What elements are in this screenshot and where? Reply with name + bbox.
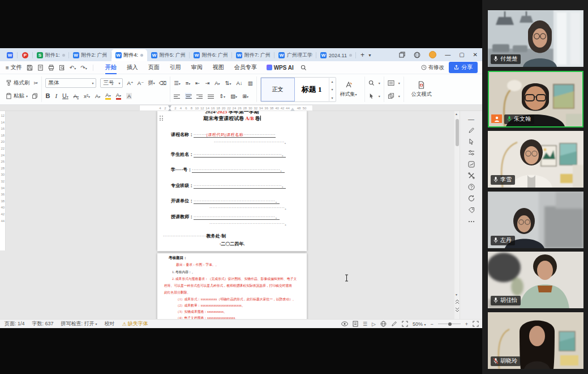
zoom-level[interactable]: 50% ▾ [413, 321, 426, 327]
horizontal-ruler[interactable]: 4224681012141618202224262830323436384042… [139, 105, 313, 111]
missing-font-warning[interactable]: ⚠ 缺失字体 [122, 320, 148, 328]
italic-button[interactable]: I [55, 92, 57, 99]
tab-attachment4[interactable]: W附件4: [111, 49, 148, 61]
bold-button[interactable]: B [45, 92, 50, 99]
tag-icon[interactable] [468, 207, 475, 214]
skin-icon[interactable] [414, 52, 420, 58]
select-cursor-icon[interactable] [368, 93, 375, 99]
outdent-icon[interactable]: ⇤ [195, 80, 200, 86]
find-icon[interactable] [368, 80, 375, 86]
border-icon[interactable]: ⊞▾ [242, 93, 248, 99]
zoom-slider[interactable] [438, 324, 461, 324]
share-button[interactable]: 分享 [449, 62, 478, 73]
scroll-down-icon[interactable]: ▼ [455, 293, 458, 296]
next-page-icon[interactable] [455, 307, 460, 312]
align-center-icon[interactable] [185, 93, 191, 99]
indent-marker[interactable] [168, 105, 171, 108]
arrange-icon[interactable] [388, 93, 394, 99]
undo-icon[interactable]: ↶▾ [70, 65, 76, 71]
bullet-list-icon[interactable]: ☰▾ [174, 80, 181, 86]
wps-ai-button[interactable]: WPS AI [262, 65, 298, 71]
official-doc-mode-button[interactable]: 公文模式 [407, 77, 436, 101]
superscript-icon[interactable]: x²▾ [84, 93, 90, 99]
video-tile-1[interactable]: 付楚楚 [488, 10, 583, 67]
tools-icon[interactable] [468, 172, 475, 179]
more-icon[interactable] [468, 220, 475, 223]
clear-format-icon[interactable]: ⌫ [159, 80, 166, 86]
menu-tab-review[interactable]: 审阅 [186, 61, 208, 74]
az-sort-icon[interactable]: A↓ [237, 80, 243, 86]
video-tile-2[interactable]: 朱文翰 [488, 71, 583, 128]
settings-sliders-icon[interactable] [468, 150, 475, 156]
file-menu[interactable]: ≡文件 [0, 63, 27, 71]
number-list-icon[interactable]: ≡▾ [186, 80, 191, 86]
edit-pen-icon[interactable] [468, 127, 475, 134]
prev-page-icon[interactable] [455, 299, 460, 304]
vertical-ruler[interactable]: 1214161820222426283032343638404244 [0, 111, 6, 250]
proofread[interactable]: 校对 [105, 320, 115, 328]
font-size-select[interactable]: 三号▾ [100, 78, 123, 88]
tab-list-dropdown[interactable]: ▼ [368, 53, 372, 57]
modified-status[interactable]: 有修改 [421, 64, 445, 71]
font-name-select[interactable]: 黑体▾ [45, 78, 96, 88]
fit-page-icon[interactable] [402, 321, 408, 327]
font-color-icon[interactable]: A▾ [116, 92, 121, 100]
chart-tool-icon[interactable] [468, 161, 475, 168]
char-scale-icon[interactable]: A▾ [214, 80, 220, 86]
underline-button[interactable]: U▾ [62, 92, 68, 99]
minimize-button[interactable]: — [445, 52, 450, 58]
vertical-scrollbar[interactable]: ▲ ▼ [454, 111, 460, 319]
style-heading1[interactable]: 标题 1 [295, 78, 329, 101]
print-preview-icon[interactable] [59, 65, 65, 71]
indent-icon[interactable]: ⇥ [205, 80, 209, 86]
text-effect-icon[interactable]: A▾ [95, 93, 100, 99]
tab-attachment2[interactable]: W附件2: 广州 [69, 49, 111, 61]
close-button[interactable]: ✕ [473, 52, 478, 58]
page-view-icon[interactable] [353, 321, 358, 327]
decrease-font-icon[interactable]: A⁻ [138, 80, 144, 86]
tab-wps-home[interactable]: W [2, 49, 18, 61]
fullscreen-icon[interactable] [473, 321, 479, 327]
page-indicator[interactable]: 页面: 1/4 [5, 320, 25, 328]
outline-view-icon[interactable]: ☰ [363, 321, 367, 327]
document-page-2[interactable]: 考核题目： 题目：要求：作图：字体。。 1. 考核内容：。 2. 成果形式与规格… [157, 253, 307, 319]
menu-tab-home[interactable]: 开始 [100, 61, 122, 74]
tab-pdf[interactable]: P [18, 49, 33, 61]
web-view-icon[interactable] [380, 321, 387, 327]
justify-icon[interactable] [208, 94, 214, 99]
account-avatar[interactable] [429, 51, 436, 58]
cut-icon[interactable]: ✂ [34, 80, 38, 86]
style-gallery-arrows[interactable]: ▴▾▾ [329, 77, 336, 102]
columns-icon[interactable]: ▥ [248, 80, 253, 86]
increase-font-icon[interactable]: A⁺ [127, 80, 133, 86]
cursor-select-icon[interactable] [468, 138, 475, 145]
redo-icon[interactable]: ↷▾ [80, 65, 87, 71]
save-icon[interactable] [27, 65, 33, 71]
help-icon[interactable] [468, 184, 475, 190]
align-left-icon[interactable] [174, 94, 180, 99]
export-pdf-icon[interactable] [37, 65, 44, 71]
scroll-up-icon[interactable]: ▲ [455, 112, 458, 116]
shading-icon[interactable]: ▨▾ [230, 93, 237, 99]
spell-check[interactable]: 拼写检查: 打开 ▾ [61, 320, 97, 328]
menu-tab-insert[interactable]: 插入 [122, 61, 143, 74]
tab-attachment7[interactable]: W附件7: 广州 [232, 49, 274, 61]
video-tile-4[interactable]: 左丹 [488, 192, 583, 248]
tab-2024[interactable]: W2024.11 [316, 49, 356, 61]
copy-icon[interactable] [32, 93, 38, 99]
video-tile-5[interactable]: 胡佳怡 [488, 252, 583, 308]
tab-gzlg[interactable]: W广州理工学 [274, 49, 316, 61]
align-right-icon[interactable] [196, 94, 203, 99]
layout-switch-icon[interactable] [399, 52, 405, 58]
print-icon[interactable] [48, 65, 54, 71]
tab-attachment5[interactable]: W附件5: 广州 [147, 49, 190, 61]
text-tool-icon[interactable] [388, 80, 394, 86]
menu-tab-reference[interactable]: 引用 [165, 61, 186, 74]
video-tile-6[interactable]: 胡晓玲 [488, 312, 583, 369]
video-tile-3[interactable]: 李雪 [488, 131, 583, 188]
style-normal[interactable]: 正文 [261, 78, 295, 101]
edit-mode-icon[interactable] [391, 321, 397, 327]
sort-icon[interactable]: ⇅▾ [225, 80, 231, 86]
style-set-button[interactable]: 样式集▾ [336, 81, 361, 98]
paste-button[interactable]: 粘贴▾ [6, 92, 28, 100]
